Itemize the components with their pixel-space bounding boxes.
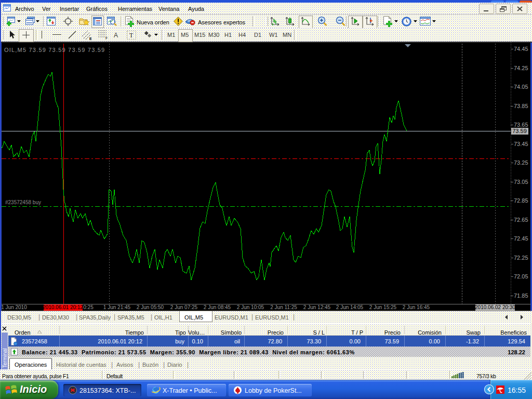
svg-text:73.45: 73.45 xyxy=(514,141,528,147)
svg-text:2 Jun 05:50: 2 Jun 05:50 xyxy=(137,304,164,310)
svg-text:74.05: 74.05 xyxy=(514,84,528,90)
svg-text:72.65: 72.65 xyxy=(514,217,528,223)
svg-text:72.05: 72.05 xyxy=(514,273,528,280)
svg-text:0:25: 0:25 xyxy=(83,304,94,310)
svg-text:OIL,M5 73.59 73.59 73.59 73.5: OIL,M5 73.59 73.59 73.59 73.59 xyxy=(4,47,105,53)
svg-text:72.25: 72.25 xyxy=(514,255,528,261)
svg-text:72.85: 72.85 xyxy=(514,197,528,204)
svg-text:73.65: 73.65 xyxy=(514,122,528,128)
svg-text:1 Jun 21:45: 1 Jun 21:45 xyxy=(103,304,131,310)
svg-text:2 Jun 15:25: 2 Jun 15:25 xyxy=(369,304,397,310)
svg-text:2 Jun 11:25: 2 Jun 11:25 xyxy=(270,304,297,310)
svg-text:2 Jun 14:05: 2 Jun 14:05 xyxy=(336,304,364,310)
svg-text:T: T xyxy=(129,32,134,39)
svg-text:2 Jun 16:45: 2 Jun 16:45 xyxy=(403,304,430,310)
svg-text:2010.06.02 20:30: 2010.06.02 20:30 xyxy=(475,304,515,310)
svg-text:74.25: 74.25 xyxy=(514,65,528,71)
svg-text:#23572458 buy: #23572458 buy xyxy=(5,200,41,205)
svg-text:73.59: 73.59 xyxy=(512,128,527,134)
svg-text:2 Jun 07:25: 2 Jun 07:25 xyxy=(170,304,198,310)
svg-text:71.85: 71.85 xyxy=(514,292,528,299)
svg-text:E: E xyxy=(89,37,92,41)
svg-text:73.05: 73.05 xyxy=(514,179,528,185)
svg-text:73.85: 73.85 xyxy=(514,103,528,109)
svg-text:72.45: 72.45 xyxy=(514,235,528,242)
svg-text:2 Jun 08:45: 2 Jun 08:45 xyxy=(204,304,231,310)
svg-text:F: F xyxy=(105,36,108,40)
svg-text:74.45: 74.45 xyxy=(514,46,528,52)
svg-text:2 Jun 10:05: 2 Jun 10:05 xyxy=(237,304,264,310)
svg-text:1 Jun 2010: 1 Jun 2010 xyxy=(1,304,27,310)
svg-text:2010.06.01 20:12: 2010.06.01 20:12 xyxy=(43,304,83,310)
svg-text:73.25: 73.25 xyxy=(514,159,528,166)
svg-text:2 Jun 12:45: 2 Jun 12:45 xyxy=(303,304,331,310)
